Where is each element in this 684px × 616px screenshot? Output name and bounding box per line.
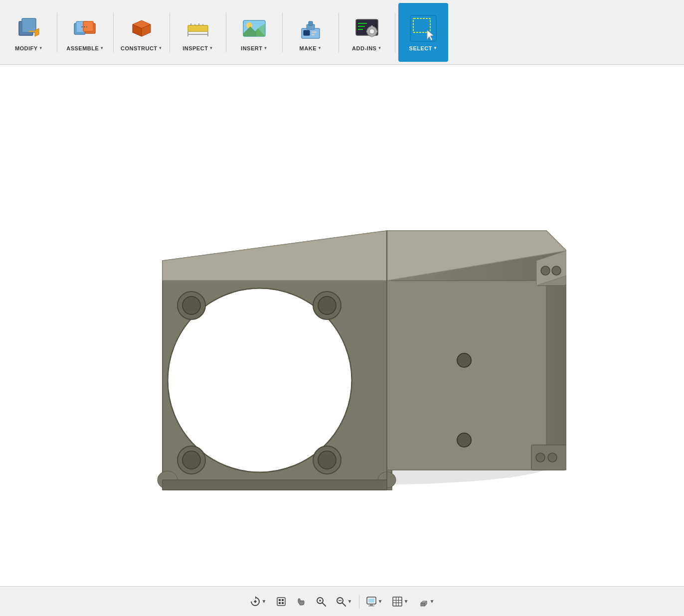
svg-rect-39 [375,30,377,32]
addins-arrow: ▼ [377,46,381,50]
viewcube-arrow: ▼ [430,599,435,604]
make-arrow: ▼ [318,46,322,50]
svg-rect-82 [279,602,281,604]
svg-rect-93 [370,604,373,606]
bottom-toolbar: ▼ ▼ [0,586,684,616]
svg-rect-29 [312,34,315,35]
model-container [118,151,566,500]
display-mode-button[interactable]: ▼ [362,593,386,611]
pan-button[interactable] [292,593,310,611]
svg-rect-94 [368,606,374,607]
display-icon [366,596,377,607]
inspect-arrow: ▼ [209,46,213,50]
select-label: SELECT ▼ [409,45,438,51]
svg-marker-75 [255,596,257,599]
svg-point-53 [318,297,336,314]
inspect-label: INSPECT ▼ [182,45,213,51]
modify-icon [14,13,44,43]
bottom-sep-1 [359,595,359,609]
sep-5 [282,12,283,52]
assemble-arrow: ▼ [100,46,104,50]
make-button[interactable]: MAKE ▼ [286,3,336,62]
zoom-window-icon [316,596,327,607]
grid-icon [392,596,403,607]
home-button[interactable] [272,593,290,611]
grid-arrow: ▼ [404,599,409,604]
svg-line-85 [323,603,326,606]
construct-icon [127,13,157,43]
zoom-fit-button[interactable]: ▼ [332,593,356,611]
svg-rect-81 [282,599,284,601]
construct-button[interactable]: CONSTRUCT ▼ [117,3,167,62]
assemble-icon [70,13,100,43]
svg-rect-12 [188,25,208,31]
addins-button[interactable]: ADD-INS ▼ [342,3,392,62]
svg-rect-28 [312,31,317,33]
3d-model-svg [118,151,566,500]
insert-button[interactable]: INSERT ▼ [229,3,279,62]
make-icon [296,13,326,43]
orbit-button[interactable]: ▼ [246,593,270,611]
construct-label: CONSTRUCT ▼ [121,45,163,51]
inspect-button[interactable]: INSPECT ▼ [173,3,223,62]
viewcube-button[interactable]: ▼ [414,593,438,611]
home-icon [276,596,287,607]
svg-point-63 [541,266,550,275]
sep-3 [170,12,170,52]
insert-label: INSERT ▼ [241,45,268,51]
svg-point-64 [552,266,561,275]
viewcube-icon [418,596,429,607]
sep-1 [57,12,57,52]
inspect-icon [183,13,213,43]
svg-point-57 [318,451,336,469]
svg-rect-36 [371,25,373,28]
svg-rect-79 [277,598,285,606]
orbit-arrow: ▼ [262,599,267,604]
svg-point-59 [457,353,471,367]
grid-button[interactable]: ▼ [388,593,412,611]
svg-point-35 [369,29,374,34]
sep-7 [395,12,395,52]
svg-point-60 [457,433,471,447]
svg-point-51 [182,297,200,314]
sep-6 [339,12,339,52]
select-icon [408,13,438,43]
assemble-button[interactable]: ASSEMBLE ▼ [60,3,110,62]
select-arrow: ▼ [433,46,437,50]
assemble-label: ASSEMBLE ▼ [66,45,104,51]
svg-rect-1 [22,18,36,32]
svg-point-55 [182,451,200,469]
hand-icon [296,596,307,607]
3d-viewport[interactable] [0,65,684,586]
modify-label: MODIFY ▼ [15,45,43,51]
zoom-fit-arrow: ▼ [347,599,352,604]
sep-2 [113,12,114,52]
make-label: MAKE ▼ [300,45,322,51]
svg-rect-80 [279,599,281,601]
svg-rect-27 [304,30,310,35]
zoom-window-button[interactable] [312,593,330,611]
addins-icon [352,13,382,43]
main-toolbar: MODIFY ▼ ASSEMBLE ▼ [0,0,684,65]
svg-point-68 [548,453,557,462]
svg-line-89 [342,603,345,606]
svg-rect-37 [371,35,373,37]
modify-arrow: ▼ [39,46,43,50]
svg-rect-7 [83,21,93,31]
sep-4 [226,12,226,52]
modify-button[interactable]: MODIFY ▼ [4,3,54,62]
svg-rect-95 [393,597,402,606]
insert-icon [239,13,269,43]
zoom-fit-icon [336,596,346,607]
svg-rect-92 [368,599,374,603]
svg-rect-40 [410,15,436,41]
svg-point-67 [536,453,545,462]
svg-rect-101 [421,603,425,606]
orbit-icon [250,596,261,607]
svg-rect-83 [282,602,284,604]
svg-rect-38 [366,30,369,32]
svg-marker-74 [163,480,387,490]
display-arrow: ▼ [378,599,383,604]
select-button[interactable]: SELECT ▼ [398,3,448,62]
svg-rect-26 [309,21,313,25]
